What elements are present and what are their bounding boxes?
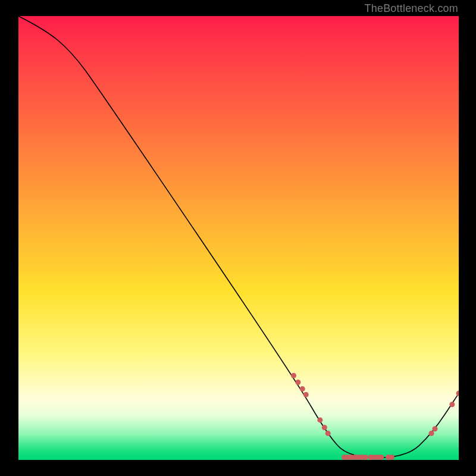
data-marker (291, 373, 296, 378)
data-marker (363, 455, 368, 460)
data-marker (449, 402, 455, 407)
data-marker (433, 426, 438, 431)
data-marker (389, 455, 394, 460)
data-marker (317, 417, 322, 422)
data-marker (378, 455, 384, 460)
plot-area (18, 16, 459, 460)
watermark-label: TheBottleneck.com (365, 2, 458, 15)
data-marker (325, 431, 331, 436)
bottleneck-curve (18, 16, 459, 458)
data-marker (429, 431, 434, 436)
data-marker (322, 425, 327, 430)
marker-layer (291, 373, 459, 460)
data-marker (300, 386, 305, 392)
chart-overlay (18, 16, 459, 460)
chart-stage: TheBottleneck.com (0, 0, 476, 476)
data-marker (456, 391, 459, 396)
data-marker (303, 392, 309, 397)
data-marker (295, 380, 300, 385)
